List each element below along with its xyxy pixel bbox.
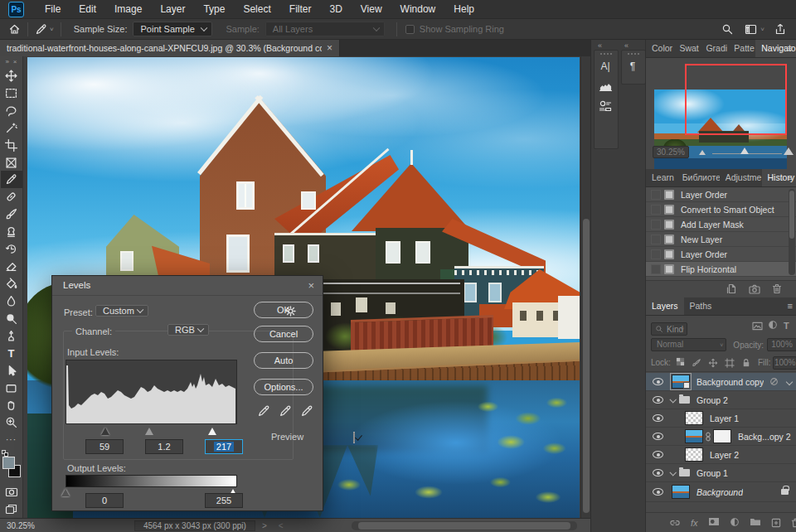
filter-type-icon[interactable]: T — [784, 321, 789, 331]
history-item[interactable]: Add Layer Mask — [646, 217, 796, 232]
history-scrollbar-thumb[interactable] — [789, 191, 794, 239]
history-panel-menu-icon[interactable]: ≡ — [788, 172, 793, 182]
tab-paths[interactable]: Paths — [684, 297, 718, 315]
menu-view[interactable]: View — [352, 0, 391, 18]
history-snapshot-box[interactable] — [651, 220, 661, 230]
input-gamma-field[interactable]: 1.2 — [145, 439, 183, 454]
tool-eraser[interactable] — [1, 258, 22, 275]
navigator-zoom-field[interactable]: 30.25% — [653, 146, 689, 158]
layer-row-background-copy[interactable]: Background copy — [646, 373, 796, 391]
history-snapshot-box[interactable] — [651, 190, 661, 200]
workspace-chevron-icon[interactable]: ˅ — [760, 26, 764, 33]
workspace-switcher-icon[interactable] — [745, 24, 757, 35]
menu-3d[interactable]: 3D — [320, 0, 351, 18]
tool-blur[interactable] — [1, 293, 22, 310]
history-item[interactable]: Layer Order — [646, 187, 796, 202]
menu-select[interactable]: Select — [234, 0, 279, 18]
history-scrollbar[interactable] — [789, 189, 795, 275]
tool-pen[interactable] — [1, 327, 22, 345]
new-layer-icon[interactable] — [771, 518, 781, 528]
history-item[interactable]: Layer Order — [646, 247, 796, 262]
history-item[interactable]: New Layer — [646, 232, 796, 247]
visibility-eye-icon[interactable] — [653, 451, 663, 458]
tool-healing-brush[interactable] — [1, 188, 22, 206]
input-shadow-field[interactable]: 59 — [85, 439, 124, 454]
layer-thumbnail[interactable] — [685, 411, 703, 425]
histogram-panel-icon[interactable] — [595, 76, 616, 96]
collapse-dock-icon-2[interactable]: « — [624, 41, 629, 50]
layer-name[interactable]: Group 2 — [696, 395, 728, 405]
quick-mask-icon[interactable] — [1, 483, 22, 501]
tool-path-select[interactable] — [1, 362, 22, 380]
history-snapshot-box[interactable] — [651, 235, 661, 244]
status-next-icon[interactable]: > — [262, 521, 267, 530]
tool-dodge[interactable] — [1, 310, 22, 327]
delete-layer-trash-icon[interactable] — [791, 518, 796, 528]
group-expand-icon[interactable] — [669, 469, 676, 476]
history-snapshot-box[interactable] — [651, 264, 661, 274]
menu-layer[interactable]: Layer — [151, 0, 194, 18]
add-layer-mask-icon[interactable] — [708, 517, 720, 528]
cancel-button[interactable]: Cancel — [254, 326, 313, 342]
layers-panel-menu-icon[interactable]: ≡ — [788, 301, 793, 311]
menu-type[interactable]: Type — [194, 0, 234, 18]
black-point-eyedropper-icon[interactable] — [257, 404, 270, 418]
tool-frame[interactable] — [1, 154, 22, 172]
tool-crop[interactable] — [1, 137, 22, 154]
lock-transparency-icon[interactable] — [676, 357, 685, 368]
foreground-color[interactable] — [2, 457, 15, 469]
levels-dialog-titlebar[interactable]: Levels × — [52, 276, 323, 296]
tool-clone-stamp[interactable] — [1, 223, 22, 240]
menu-help[interactable]: Help — [444, 0, 483, 18]
history-item[interactable]: Convert to Smart Object — [646, 202, 796, 217]
layer-name[interactable]: Group 1 — [696, 468, 728, 478]
input-shadow-slider[interactable] — [101, 428, 109, 435]
navigator-view-box[interactable] — [685, 64, 787, 135]
layer-thumbnail[interactable] — [672, 375, 690, 389]
horizontal-scrollbar-thumb[interactable] — [358, 522, 570, 530]
layer-row-layer-1[interactable]: Layer 1 — [646, 409, 796, 428]
group-expand-icon[interactable] — [669, 396, 676, 403]
preset-select[interactable]: Custom — [95, 305, 148, 317]
channel-select[interactable]: RGB — [167, 324, 209, 336]
layer-row-background-copy-2[interactable]: Backg...opy 2 — [646, 428, 796, 446]
vertical-scrollbar[interactable] — [580, 56, 590, 518]
paragraph-panel-icon[interactable]: ¶ — [622, 56, 643, 76]
tool-eyedropper[interactable] — [1, 171, 22, 188]
lock-all-icon[interactable] — [741, 358, 751, 368]
scroll-left-icon[interactable]: < — [279, 521, 284, 530]
layer-row-group-2[interactable]: Group 2 — [646, 391, 796, 409]
tool-marquee[interactable] — [1, 85, 22, 102]
vertical-scrollbar-thumb[interactable] — [583, 219, 590, 513]
zoom-level[interactable]: 30.25% — [7, 521, 35, 530]
histogram[interactable] — [66, 360, 237, 424]
filter-image-icon[interactable] — [752, 322, 763, 331]
adjustments-panel-icon[interactable] — [595, 96, 616, 116]
history-snapshot-box[interactable] — [651, 249, 661, 259]
tab-learn[interactable]: Learn — [646, 169, 677, 186]
document-tab[interactable]: traditional-waterfront-houses-along-cana… — [0, 40, 340, 56]
close-tab-icon[interactable]: × — [327, 43, 332, 53]
background-lock-icon[interactable] — [781, 489, 789, 495]
eyedropper-tool-preset-icon[interactable]: ˅ — [35, 23, 54, 36]
visibility-eye-icon[interactable] — [653, 414, 663, 422]
new-group-folder-icon[interactable] — [750, 517, 761, 528]
layer-thumbnail[interactable] — [672, 485, 690, 499]
lock-pixels-icon[interactable] — [692, 358, 701, 368]
output-highlight-field[interactable]: 255 — [205, 493, 243, 508]
tab-adjustments[interactable]: Adjustme — [720, 169, 762, 186]
layer-mask-thumbnail[interactable] — [713, 429, 731, 443]
link-layers-icon[interactable] — [669, 518, 681, 528]
new-snapshot-camera-icon[interactable] — [749, 284, 760, 294]
color-swatches[interactable] — [2, 452, 22, 480]
tab-color[interactable]: Color — [646, 40, 673, 57]
input-highlight-field[interactable]: 217 — [205, 439, 243, 454]
visibility-eye-icon[interactable] — [653, 396, 663, 404]
visibility-eye-icon[interactable] — [653, 433, 663, 440]
layer-name[interactable]: Background — [696, 487, 743, 497]
menu-filter[interactable]: Filter — [280, 0, 321, 18]
default-colors-icon[interactable] — [2, 450, 9, 457]
menu-window[interactable]: Window — [391, 0, 445, 18]
zoom-in-mountain-icon[interactable] — [784, 148, 794, 155]
tab-layers[interactable]: Layers — [646, 297, 684, 315]
